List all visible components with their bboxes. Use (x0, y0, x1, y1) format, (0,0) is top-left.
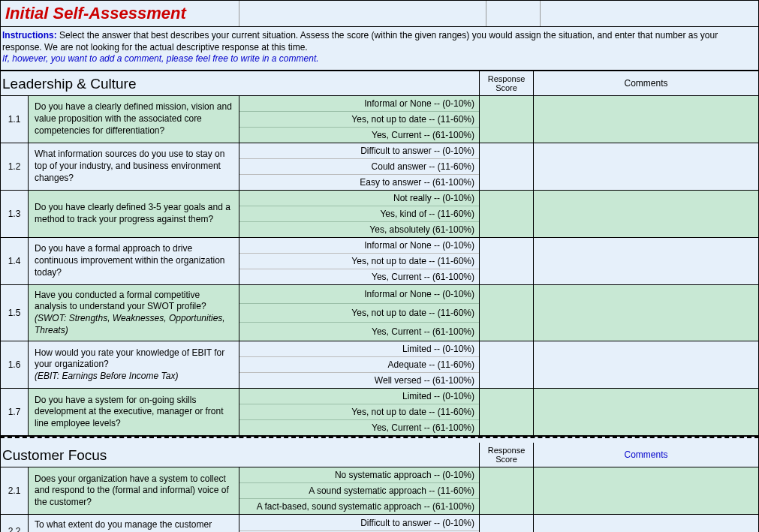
question-row: 1.5Have you conducted a formal competiti… (0, 285, 759, 341)
instructions-body: Select the answer that best describes yo… (2, 30, 718, 53)
answer-options: Difficult to answer -- (0-10%)Could answ… (239, 515, 480, 532)
question-number: 1.7 (1, 389, 29, 435)
response-score-input[interactable] (480, 515, 534, 532)
section-title: Customer Focus (1, 443, 480, 467)
answer-option[interactable]: Yes, kind of -- (11-60%) (239, 206, 479, 222)
answer-option[interactable]: A sound systematic approach -- (11-60%) (239, 483, 479, 499)
answer-option[interactable]: A fact-based, sound systematic approach … (239, 499, 479, 514)
title-row: Initial Self-Assessment (0, 0, 759, 27)
answer-option[interactable]: Difficult to answer -- (0-10%) (239, 143, 479, 159)
section-divider (0, 437, 759, 443)
question-text-cell: To what extent do you manage the custome… (29, 515, 239, 532)
question-text-cell: Do you have clearly defined 3-5 year goa… (29, 191, 239, 237)
question-text-cell: Do you have a system for on-going skills… (29, 389, 239, 435)
question-row: 2.2To what extent do you manage the cust… (0, 515, 759, 532)
answer-option[interactable]: Informal or None -- (0-10%) (239, 285, 479, 304)
question-text: How would you rate your knowledge of EBI… (35, 347, 233, 371)
question-text-cell: How would you rate your knowledge of EBI… (29, 341, 239, 388)
question-text: Have you conducted a formal competitive … (35, 290, 233, 313)
comments-input[interactable] (534, 515, 758, 532)
response-score-input[interactable] (480, 467, 534, 514)
title-empty-cell (486, 1, 541, 26)
response-score-input[interactable] (480, 238, 534, 284)
answer-option[interactable]: Well versed -- (61-100%) (239, 373, 479, 388)
answer-option[interactable]: Yes, not up to date -- (11-60%) (239, 304, 479, 323)
question-row: 1.7Do you have a system for on-going ski… (0, 389, 759, 437)
question-text-cell: Does your organization have a system to … (29, 467, 239, 514)
answer-option[interactable]: Yes, Current -- (61-100%) (239, 128, 479, 143)
question-text-cell: Do you have a clearly defined mission, v… (29, 96, 239, 143)
question-number: 2.1 (1, 467, 29, 514)
comments-input[interactable] (534, 96, 758, 143)
question-hint: (SWOT: Strengths, Weaknesses, Opportunit… (35, 313, 233, 336)
instructions-lead: Instructions: (2, 30, 57, 41)
answer-option[interactable]: Limited -- (0-10%) (239, 389, 479, 404)
answer-options: Informal or None -- (0-10%)Yes, not up t… (239, 238, 480, 284)
answer-option[interactable]: Limited -- (0-10%) (239, 341, 479, 357)
answer-option[interactable]: Yes, Current -- (61-100%) (239, 323, 479, 341)
question-number: 1.4 (1, 238, 29, 284)
section-title: Leadership & Culture (1, 71, 480, 95)
question-row: 1.4Do you have a formal approach to driv… (0, 238, 759, 285)
page-title: Initial Self-Assessment (1, 1, 239, 26)
question-number: 1.3 (1, 191, 29, 237)
question-number: 1.1 (1, 96, 29, 143)
comments-input[interactable] (534, 238, 758, 284)
question-text-cell: Have you conducted a formal competitive … (29, 285, 239, 341)
response-score-input[interactable] (480, 143, 534, 190)
section-header: Leadership & CultureResponse ScoreCommen… (0, 70, 759, 96)
question-number: 2.2 (1, 515, 29, 532)
question-text: Do you have a clearly defined mission, v… (35, 101, 233, 137)
answer-option[interactable]: Difficult to answer -- (0-10%) (239, 515, 479, 531)
question-text: What information sources do you use to s… (35, 149, 233, 184)
column-header-score: Response Score (480, 71, 534, 95)
answer-option[interactable]: Yes, not up to date -- (11-60%) (239, 254, 479, 269)
question-number: 1.2 (1, 143, 29, 190)
answer-option[interactable]: No systematic approach -- (0-10%) (239, 467, 479, 483)
answer-option[interactable]: Yes, not up to date -- (11-60%) (239, 112, 479, 128)
question-text-cell: What information sources do you use to s… (29, 143, 239, 190)
question-text: Does your organization have a system to … (35, 473, 233, 509)
answer-option[interactable]: Informal or None -- (0-10%) (239, 96, 479, 112)
answer-option[interactable]: Easy to answer -- (61-100%) (239, 175, 479, 190)
comments-input[interactable] (534, 389, 758, 435)
title-empty-cell (239, 1, 486, 26)
question-row: 2.1Does your organization have a system … (0, 467, 759, 515)
question-hint: (EBIT: Earnings Before Income Tax) (35, 371, 233, 383)
comments-input[interactable] (534, 143, 758, 190)
answer-option[interactable]: Yes, absolutely (61-100%) (239, 222, 479, 237)
answer-option[interactable]: Yes, not up to date -- (11-60%) (239, 404, 479, 420)
question-number: 1.6 (1, 341, 29, 388)
question-text: Do you have a system for on-going skills… (35, 395, 233, 430)
answer-option[interactable]: Informal or None -- (0-10%) (239, 238, 479, 254)
question-number: 1.5 (1, 285, 29, 341)
comments-input[interactable] (534, 467, 758, 514)
section-header: Customer FocusResponse ScoreComments (0, 443, 759, 467)
answer-options: Limited -- (0-10%)Adequate -- (11-60%)We… (239, 341, 480, 388)
comments-input[interactable] (534, 285, 758, 341)
comments-input[interactable] (534, 341, 758, 388)
answer-options: Not really -- (0-10%)Yes, kind of -- (11… (239, 191, 480, 237)
answer-option[interactable]: Yes, Current -- (61-100%) (239, 420, 479, 435)
answer-option[interactable]: Not really -- (0-10%) (239, 191, 479, 206)
response-score-input[interactable] (480, 96, 534, 143)
response-score-input[interactable] (480, 191, 534, 237)
comments-input[interactable] (534, 191, 758, 237)
column-header-comments: Comments (534, 71, 758, 95)
question-row: 1.2What information sources do you use t… (0, 143, 759, 191)
answer-options: Limited -- (0-10%)Yes, not up to date --… (239, 389, 480, 435)
answer-option[interactable]: Could answer -- (11-60%) (239, 159, 479, 175)
title-empty-cell (541, 1, 758, 26)
response-score-input[interactable] (480, 341, 534, 388)
question-text: To what extent do you manage the custome… (35, 519, 233, 532)
answer-options: Informal or None -- (0-10%)Yes, not up t… (239, 285, 480, 341)
question-row: 1.3Do you have clearly defined 3-5 year … (0, 191, 759, 238)
instructions-comment-note: If, however, you want to add a comment, … (2, 53, 319, 64)
answer-options: Informal or None -- (0-10%)Yes, not up t… (239, 96, 480, 143)
answer-option[interactable]: Adequate -- (11-60%) (239, 357, 479, 373)
answer-option[interactable]: Yes, Current -- (61-100%) (239, 269, 479, 284)
column-header-comments[interactable]: Comments (534, 443, 758, 467)
response-score-input[interactable] (480, 285, 534, 341)
response-score-input[interactable] (480, 389, 534, 435)
column-header-score: Response Score (480, 443, 534, 467)
